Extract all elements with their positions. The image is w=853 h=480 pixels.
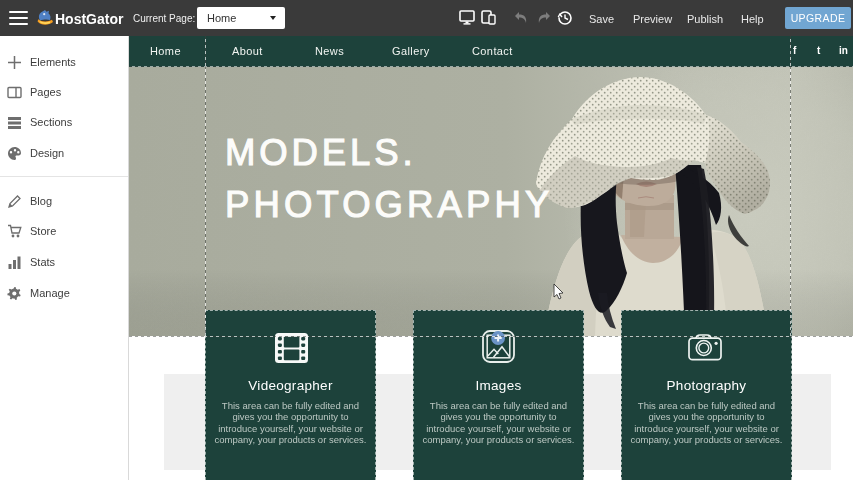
svg-text:MODELS.: MODELS. xyxy=(225,132,417,173)
svg-text:PHOTOGRAPHY: PHOTOGRAPHY xyxy=(225,184,553,225)
